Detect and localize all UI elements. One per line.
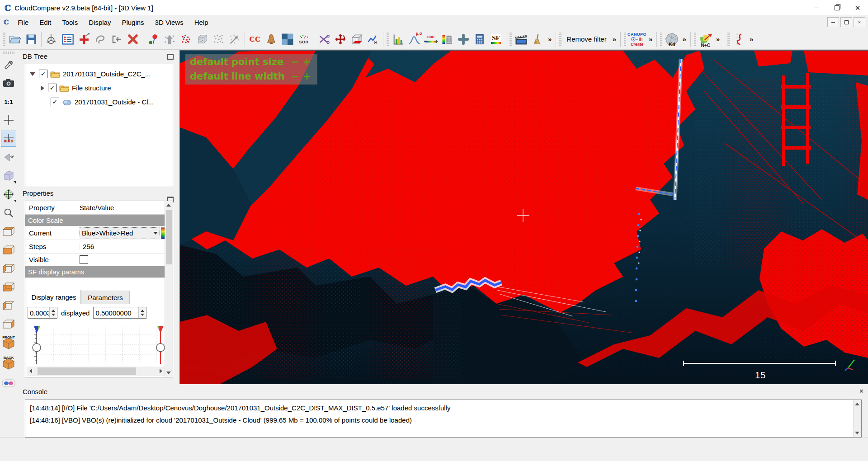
steps-value[interactable]: 256 — [80, 243, 166, 250]
clipping-box-button[interactable] — [349, 31, 365, 48]
pick-rotation-center-button[interactable] — [43, 31, 60, 48]
hscroll-thumb[interactable] — [38, 367, 136, 375]
sra-plugin-button[interactable] — [731, 31, 747, 48]
view-top-button[interactable] — [1, 223, 16, 240]
menu-edit[interactable]: Edit — [34, 17, 57, 28]
menu-3d-views[interactable]: 3D Views — [150, 17, 189, 28]
segment-polyline-button[interactable] — [365, 31, 381, 48]
range-max-input[interactable] — [94, 309, 138, 317]
scroll-right-icon[interactable] — [160, 369, 162, 373]
open-button[interactable] — [7, 31, 23, 48]
voxel-button[interactable] — [194, 31, 210, 48]
toolbar-grip[interactable] — [727, 33, 730, 46]
tree-row[interactable]: ✓ File structure — [25, 81, 173, 95]
tree-row[interactable]: ✓ 201701031_Outside - Cl... — [25, 95, 173, 109]
tree-row[interactable]: ✓ 201701031_Outside_C2C_... — [25, 67, 173, 81]
add-scalar-field-button[interactable] — [455, 31, 472, 48]
kd-overflow-button[interactable]: » — [680, 35, 688, 43]
display-params-button[interactable] — [60, 31, 76, 48]
menu-display[interactable]: Display — [83, 17, 116, 28]
histogram-button[interactable] — [390, 31, 406, 48]
tab-parameters[interactable]: Parameters — [81, 291, 130, 304]
toolbar-grip[interactable] — [660, 33, 662, 46]
stereo-button[interactable] — [1, 375, 16, 391]
delete-button[interactable] — [125, 31, 141, 48]
broom-button[interactable] — [529, 31, 546, 48]
screenshot-button[interactable] — [1, 75, 16, 91]
view-right-button[interactable] — [1, 316, 16, 332]
menu-plugins[interactable]: Plugins — [116, 17, 149, 28]
vscroll-thumb[interactable] — [166, 210, 172, 264]
gaussian-stats-button[interactable]: µ,σ — [406, 31, 423, 48]
expander-closed-icon[interactable] — [41, 85, 44, 91]
pick-center-button[interactable] — [1, 112, 16, 128]
restore-button[interactable] — [826, 0, 847, 15]
3d-viewport[interactable]: 15 default point size − + default line w… — [180, 51, 868, 384]
mdi-restore-button[interactable] — [840, 17, 852, 27]
menu-file[interactable]: File — [12, 17, 34, 28]
zoom-1-1-button[interactable]: 1:1 — [1, 94, 16, 110]
menu-tools[interactable]: Tools — [57, 17, 83, 28]
nc-overflow-button[interactable]: » — [714, 35, 722, 43]
sf-gradient-button[interactable]: SF — [488, 31, 504, 48]
mdi-close-button[interactable]: × — [854, 17, 865, 27]
sra-overflow-button[interactable]: » — [747, 35, 755, 43]
view-front-button[interactable] — [1, 260, 16, 277]
scroll-left-icon[interactable] — [29, 369, 32, 373]
view-bottom-button[interactable] — [1, 242, 16, 258]
octree-button[interactable] — [178, 31, 194, 48]
scroll-up-icon[interactable] — [855, 403, 859, 405]
console-vscrollbar[interactable] — [853, 400, 861, 437]
sor-filter-button[interactable]: SOR — [296, 31, 312, 48]
checkbox-checked[interactable]: ✓ — [39, 70, 47, 78]
checkbox-checked[interactable]: ✓ — [48, 84, 57, 92]
perspective-button[interactable] — [1, 168, 16, 184]
kd-tree-button[interactable]: Kd — [664, 31, 680, 48]
tree-item-label[interactable]: 201701031_Outside_C2C_... — [63, 70, 151, 78]
iso-front-button[interactable]: FRONT — [1, 334, 16, 353]
db-tree-float-button[interactable] — [167, 54, 174, 60]
cloud-cloud-distance-button[interactable]: CC — [247, 31, 263, 48]
remove-filter-button[interactable]: Remove filter — [563, 35, 610, 43]
cloud-mesh-distance-button[interactable] — [263, 31, 279, 48]
canupo-overflow-button[interactable]: » — [646, 35, 655, 43]
tab-display-ranges[interactable]: Display ranges — [27, 290, 81, 304]
max-slider-handle[interactable] — [156, 343, 165, 352]
toolbar-grip[interactable] — [559, 33, 561, 46]
checkbox-checked[interactable]: ✓ — [51, 98, 59, 106]
toolbar-grip[interactable] — [3, 33, 5, 46]
toolbar-grip[interactable] — [509, 33, 512, 46]
normals-curvature-button[interactable]: N+C — [698, 31, 714, 48]
toolbar-overflow-button[interactable]: » — [546, 35, 554, 43]
save-button[interactable] — [23, 31, 39, 48]
visible-checkbox-unchecked[interactable] — [80, 255, 88, 264]
line-width-increase-button[interactable]: + — [301, 71, 313, 82]
toolbar-grip[interactable] — [387, 33, 389, 46]
line-width-decrease-button[interactable]: − — [289, 71, 301, 82]
auto-pick-center-button[interactable]: auto — [1, 131, 16, 147]
delete-scalar-field-button[interactable] — [439, 31, 455, 48]
segment-lasso-button[interactable] — [92, 31, 108, 48]
sf-range-histogram[interactable] — [27, 324, 165, 365]
apply-transformation-button[interactable] — [108, 31, 125, 48]
mdi-minimize-button[interactable] — [827, 17, 839, 27]
view-left-button[interactable] — [1, 297, 16, 314]
zoom-button[interactable] — [1, 205, 16, 221]
toolbar-grip[interactable] — [694, 33, 696, 46]
histogram-hscrollbar[interactable] — [27, 367, 165, 376]
canupo-classifier-button[interactable]: CANUPO Create — [627, 31, 646, 48]
color-scale-dropdown[interactable]: Blue>White>Red — [80, 227, 160, 239]
scroll-down-icon[interactable] — [166, 372, 171, 374]
close-button[interactable]: ✕ — [847, 0, 868, 15]
menu-help[interactable]: Help — [189, 17, 214, 28]
tree-item-label[interactable]: File structure — [72, 84, 111, 92]
range-min-spinbox[interactable] — [28, 307, 57, 319]
rotate-view-button[interactable] — [1, 149, 16, 165]
point-size-increase-button[interactable]: + — [301, 56, 313, 67]
toolbar-grip[interactable] — [624, 33, 626, 46]
range-min-input[interactable] — [28, 309, 49, 317]
view-back-button[interactable] — [1, 279, 16, 295]
pivot-button[interactable] — [1, 186, 16, 202]
filter-overflow-button[interactable]: » — [610, 35, 618, 43]
tools-button[interactable] — [1, 56, 16, 73]
